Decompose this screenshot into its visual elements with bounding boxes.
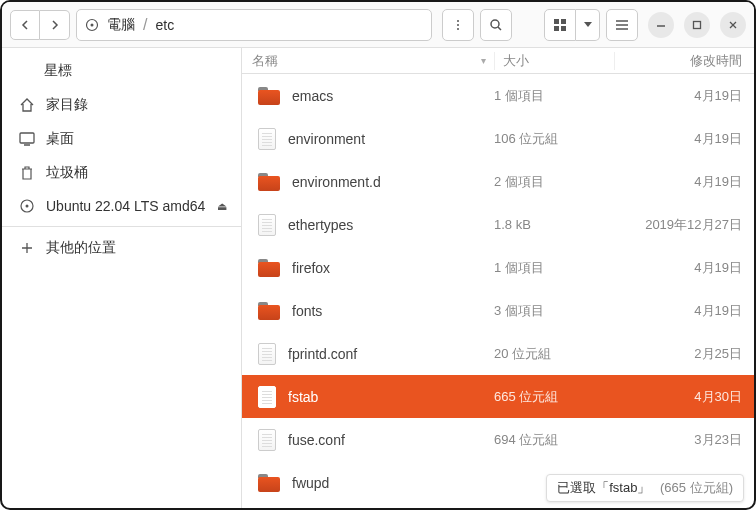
file-size: 665 位元組 bbox=[494, 388, 614, 406]
more-button[interactable] bbox=[442, 9, 474, 41]
sidebar-item-starred[interactable]: 星標 bbox=[2, 54, 241, 88]
search-button[interactable] bbox=[480, 9, 512, 41]
svg-point-21 bbox=[26, 205, 29, 208]
minimize-button[interactable] bbox=[648, 12, 674, 38]
path-segment[interactable]: etc bbox=[155, 17, 174, 33]
file-date: 2月25日 bbox=[614, 345, 754, 363]
main-pane: 名稱 ▾ 大小 修改時間 emacs1 個項目4月19日environment1… bbox=[242, 48, 754, 508]
desktop-icon bbox=[18, 132, 36, 146]
file-name: fonts bbox=[292, 303, 322, 319]
sidebar-item-other-locations[interactable]: 其他的位置 bbox=[2, 231, 241, 265]
sidebar-item-label: 星標 bbox=[44, 62, 72, 80]
file-row[interactable]: firefox1 個項目4月19日 bbox=[242, 246, 754, 289]
sidebar-item-label: 桌面 bbox=[46, 130, 74, 148]
hamburger-menu-button[interactable] bbox=[606, 9, 638, 41]
file-row[interactable]: fstab665 位元組4月30日 bbox=[242, 375, 754, 418]
file-size: 3 個項目 bbox=[494, 302, 614, 320]
svg-line-6 bbox=[498, 27, 501, 30]
file-size: 694 位元組 bbox=[494, 431, 614, 449]
file-name: ethertypes bbox=[288, 217, 353, 233]
file-row[interactable]: ethertypes1.8 kB2019年12月27日 bbox=[242, 203, 754, 246]
svg-rect-15 bbox=[694, 21, 701, 28]
file-row[interactable]: environment.d2 個項目4月19日 bbox=[242, 160, 754, 203]
file-list[interactable]: emacs1 個項目4月19日environment106 位元組4月19日en… bbox=[242, 74, 754, 508]
file-name: fprintd.conf bbox=[288, 346, 357, 362]
file-date: 3月23日 bbox=[614, 431, 754, 449]
file-date: 4月19日 bbox=[614, 130, 754, 148]
folder-icon bbox=[258, 302, 280, 320]
plus-icon bbox=[18, 241, 36, 255]
svg-point-1 bbox=[91, 23, 94, 26]
toolbar: 電腦 / etc bbox=[2, 2, 754, 48]
file-date: 2019年12月27日 bbox=[614, 216, 754, 234]
file-row[interactable]: fuse.conf694 位元組3月23日 bbox=[242, 418, 754, 461]
file-name: emacs bbox=[292, 88, 333, 104]
view-grid-button[interactable] bbox=[544, 9, 576, 41]
folder-icon bbox=[258, 173, 280, 191]
file-row[interactable]: environment106 位元組4月19日 bbox=[242, 117, 754, 160]
file-row[interactable]: emacs1 個項目4月19日 bbox=[242, 74, 754, 117]
sidebar-item-label: 其他的位置 bbox=[46, 239, 116, 257]
disk-icon bbox=[18, 198, 36, 214]
svg-point-2 bbox=[457, 20, 459, 22]
status-text: 已選取「fstab」 bbox=[557, 480, 650, 495]
svg-point-3 bbox=[457, 24, 459, 26]
sidebar: 星標 家目錄 桌面 垃圾桶 Ubuntu 22.04 LTS amd64 ⏏ 其… bbox=[2, 48, 242, 508]
sidebar-divider bbox=[2, 226, 241, 227]
eject-icon[interactable]: ⏏ bbox=[217, 200, 227, 213]
file-size: 1 個項目 bbox=[494, 87, 614, 105]
maximize-button[interactable] bbox=[684, 12, 710, 38]
file-name: fuse.conf bbox=[288, 432, 345, 448]
sidebar-item-label: 垃圾桶 bbox=[46, 164, 88, 182]
status-size: (665 位元組) bbox=[660, 480, 733, 495]
trash-icon bbox=[18, 165, 36, 181]
file-icon bbox=[258, 429, 276, 451]
forward-button[interactable] bbox=[40, 10, 70, 40]
svg-rect-9 bbox=[554, 26, 559, 31]
file-size: 106 位元組 bbox=[494, 130, 614, 148]
file-size: 1.8 kB bbox=[494, 217, 614, 232]
file-name: firefox bbox=[292, 260, 330, 276]
file-size: 1 個項目 bbox=[494, 259, 614, 277]
file-name: fstab bbox=[288, 389, 318, 405]
file-row[interactable]: fprintd.conf20 位元組2月25日 bbox=[242, 332, 754, 375]
file-name: environment.d bbox=[292, 174, 381, 190]
sort-indicator-icon: ▾ bbox=[481, 55, 486, 66]
column-date-header[interactable]: 修改時間 bbox=[614, 52, 754, 70]
file-size: 20 位元組 bbox=[494, 345, 614, 363]
sidebar-item-label: Ubuntu 22.04 LTS amd64 bbox=[46, 198, 205, 214]
file-icon bbox=[258, 343, 276, 365]
back-button[interactable] bbox=[10, 10, 40, 40]
file-name: fwupd bbox=[292, 475, 329, 491]
path-bar[interactable]: 電腦 / etc bbox=[76, 9, 432, 41]
svg-point-5 bbox=[491, 20, 499, 28]
sidebar-item-desktop[interactable]: 桌面 bbox=[2, 122, 241, 156]
path-root[interactable]: 電腦 bbox=[107, 16, 135, 34]
svg-rect-8 bbox=[561, 19, 566, 24]
sidebar-item-disk[interactable]: Ubuntu 22.04 LTS amd64 ⏏ bbox=[2, 190, 241, 222]
path-separator: / bbox=[143, 16, 147, 34]
file-date: 4月19日 bbox=[614, 302, 754, 320]
sidebar-item-label: 家目錄 bbox=[46, 96, 88, 114]
file-date: 4月19日 bbox=[614, 87, 754, 105]
disk-icon bbox=[85, 18, 99, 32]
file-name: environment bbox=[288, 131, 365, 147]
file-date: 4月19日 bbox=[614, 259, 754, 277]
column-name-header[interactable]: 名稱 ▾ bbox=[242, 52, 494, 70]
file-row[interactable]: fonts3 個項目4月19日 bbox=[242, 289, 754, 332]
home-icon bbox=[18, 97, 36, 113]
folder-icon bbox=[258, 259, 280, 277]
file-date: 4月19日 bbox=[614, 173, 754, 191]
column-headers: 名稱 ▾ 大小 修改時間 bbox=[242, 48, 754, 74]
sidebar-item-home[interactable]: 家目錄 bbox=[2, 88, 241, 122]
file-date: 4月30日 bbox=[614, 388, 754, 406]
svg-rect-7 bbox=[554, 19, 559, 24]
close-button[interactable] bbox=[720, 12, 746, 38]
view-dropdown-button[interactable] bbox=[576, 9, 600, 41]
column-size-header[interactable]: 大小 bbox=[494, 52, 614, 70]
sidebar-item-trash[interactable]: 垃圾桶 bbox=[2, 156, 241, 190]
folder-icon bbox=[258, 474, 280, 492]
svg-point-4 bbox=[457, 28, 459, 30]
folder-icon bbox=[258, 87, 280, 105]
file-icon bbox=[258, 386, 276, 408]
